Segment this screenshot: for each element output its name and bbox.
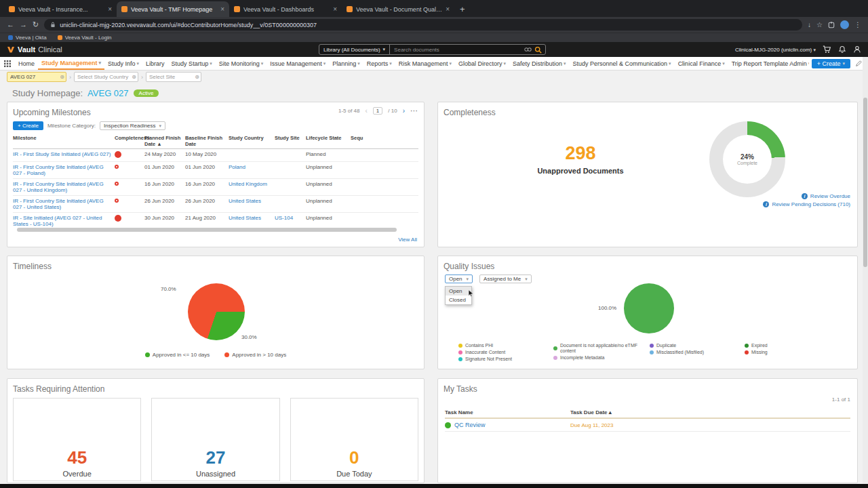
column-header[interactable]: Milestone — [13, 135, 115, 141]
extensions-icon[interactable] — [828, 22, 835, 28]
view-all-link[interactable]: View All — [398, 237, 417, 243]
site-filter-input[interactable] — [146, 72, 201, 82]
search-input[interactable] — [390, 47, 524, 53]
chevron-down-icon: ▾ — [159, 123, 162, 129]
milestone-link[interactable]: IR - First Country Site Initiated (AVEG … — [13, 181, 115, 193]
completeness-donut-chart[interactable]: 24% Complete — [709, 121, 785, 197]
slice-label: 30.0% — [241, 334, 257, 340]
milestone-link[interactable]: IR - First Study Site Initiated (AVEG 02… — [13, 151, 115, 157]
dropdown-option-open[interactable]: Open — [446, 287, 471, 296]
site-link[interactable]: US-104 — [275, 215, 306, 221]
overdue-card[interactable]: 45 Overdue — [13, 398, 141, 481]
back-icon[interactable]: ← — [7, 21, 14, 28]
page-scrollbar[interactable] — [863, 57, 868, 484]
timeliness-pie-chart[interactable] — [188, 283, 245, 340]
forward-icon[interactable]: → — [20, 21, 27, 28]
search-icon[interactable]: ⊛ — [132, 74, 136, 80]
milestone-category-select[interactable]: Inspection Readiness ▾ — [100, 121, 165, 130]
nav-item-clinical-finance[interactable]: Clinical Finance▾ — [675, 57, 728, 70]
nav-item-risk-management[interactable]: Risk Management▾ — [395, 57, 455, 70]
browser-tab-3[interactable]: Veeva Vault - Dashboards × — [229, 1, 342, 17]
browser-tab-1[interactable]: Veeva Vault - Insurance... × — [4, 1, 117, 17]
review-pending-decisions-link[interactable]: i Review Pending Decisions (710) — [763, 201, 850, 207]
dropdown-option-closed[interactable]: Closed — [446, 296, 471, 304]
nav-item-home[interactable]: Home — [15, 57, 38, 70]
nav-item-study-startup[interactable]: Study Startup▾ — [168, 57, 216, 70]
user-profile-icon[interactable] — [853, 45, 861, 54]
nav-item-issue-management[interactable]: Issue Management▾ — [267, 57, 329, 70]
vault-logo[interactable]: Vault Clinical — [7, 45, 62, 54]
cart-icon[interactable] — [823, 45, 831, 54]
address-bar[interactable]: uniclin-clinical-mjg-2020.veevavault.com… — [44, 19, 802, 30]
tab-close-icon[interactable]: × — [108, 5, 112, 13]
column-header[interactable]: Study Site — [275, 135, 306, 141]
column-header[interactable]: Study Country — [229, 135, 275, 141]
tab-close-icon[interactable]: × — [333, 5, 337, 13]
unassigned-card[interactable]: 27 Unassigned — [151, 398, 279, 481]
account-selector[interactable]: Clinical-MJG-2020 (uniclin.com) ▾ — [735, 47, 816, 53]
nav-item-library[interactable]: Library — [142, 57, 168, 70]
page-next-icon[interactable]: › — [403, 107, 405, 115]
bookmark-star-icon[interactable]: ☆ — [816, 21, 823, 28]
milestone-create-button[interactable]: + Create — [13, 121, 43, 130]
advanced-search-icon[interactable] — [524, 47, 532, 52]
status-filter-select[interactable]: Open ▾ — [445, 274, 473, 283]
new-tab-button[interactable]: + — [460, 4, 465, 14]
nav-item-reports[interactable]: Reports▾ — [363, 57, 395, 70]
browser-tab-4[interactable]: Veeva Vault - Document Quali... × — [342, 1, 454, 17]
page-number-input[interactable]: 1 — [373, 107, 382, 115]
nav-item-site-monitoring[interactable]: Site Monitoring▾ — [216, 57, 267, 70]
nav-item-safety-distribution[interactable]: Safety Distribution▾ — [509, 57, 570, 70]
country-link[interactable]: United States — [229, 215, 275, 221]
country-filter-input[interactable] — [74, 72, 138, 82]
search-scope-select[interactable]: Library (All Documents) ▾ — [319, 45, 390, 54]
tab-close-icon[interactable]: × — [220, 5, 224, 13]
nav-item-study-info[interactable]: Study Info▾ — [104, 57, 142, 70]
horizontal-scrollbar[interactable] — [17, 228, 397, 232]
study-filter-input[interactable] — [7, 72, 66, 82]
search-icon[interactable] — [534, 46, 542, 54]
tab-close-icon[interactable]: × — [446, 5, 450, 13]
column-header[interactable]: Baseline Finish Date — [185, 135, 229, 147]
nav-item-study-management[interactable]: Study Management▾ — [38, 57, 104, 70]
quality-pie-chart[interactable] — [624, 283, 674, 333]
column-header[interactable]: Sequ — [351, 135, 418, 141]
country-link[interactable]: United Kingdom — [229, 181, 275, 187]
app-switcher-icon[interactable] — [4, 60, 11, 67]
download-icon[interactable]: ↓ — [808, 21, 811, 28]
refresh-icon[interactable]: ↻ — [33, 21, 39, 28]
more-options-icon[interactable]: ⋯ — [410, 106, 418, 115]
country-link[interactable]: United States — [229, 198, 275, 204]
task-link[interactable]: QC Review — [445, 422, 570, 428]
nav-item-planning[interactable]: Planning▾ — [329, 57, 363, 70]
table-row: IR - First Country Site Initiated (AVEG … — [13, 162, 418, 179]
page-prev-icon[interactable]: ‹ — [366, 107, 368, 115]
scrollbar-thumb[interactable] — [863, 98, 867, 267]
browser-profile-avatar[interactable] — [840, 20, 849, 29]
nav-item-study-personnel[interactable]: Study Personnel & Communication▾ — [570, 57, 675, 70]
nav-item-trip-report-admin[interactable]: Trip Report Template Admin▾ — [728, 57, 809, 70]
browser-tab-2-active[interactable]: Veeva Vault - TMF Homepage × — [117, 1, 229, 17]
column-header[interactable]: Completeness — [115, 135, 144, 141]
review-overdue-link[interactable]: i Review Overdue — [802, 193, 850, 199]
milestone-link[interactable]: IR - First Country Site Initiated (AVEG … — [13, 164, 115, 176]
create-button[interactable]: + Create ▾ — [812, 59, 850, 68]
column-header[interactable]: Lifecycle State — [306, 135, 351, 141]
due-today-card[interactable]: 0 Due Today — [290, 398, 418, 481]
milestone-link[interactable]: IR - Site Initiated (AVEG 027 - United S… — [13, 215, 115, 227]
bookmark-veeva-login[interactable]: Veeva Vault - Login — [58, 35, 112, 41]
page-title-study-link[interactable]: AVEG 027 — [87, 88, 128, 98]
bookmark-okta[interactable]: Veeva | Okta — [8, 35, 47, 41]
assigned-filter-select[interactable]: Assigned to Me ▾ — [479, 274, 532, 283]
country-link[interactable]: Poland — [229, 164, 275, 170]
column-header-sorted[interactable]: Task Due Date ▴ — [570, 409, 850, 415]
clear-icon[interactable]: ⊛ — [60, 74, 64, 80]
browser-menu-icon[interactable]: ⋮ — [854, 21, 861, 28]
bottom-edge-bar — [0, 484, 868, 488]
column-header[interactable]: Task Name — [445, 409, 570, 415]
notifications-bell-icon[interactable] — [838, 45, 846, 54]
column-header-sorted[interactable]: Planned Finish Date ▲ — [144, 135, 185, 147]
search-icon[interactable]: ⊛ — [195, 74, 199, 80]
milestone-link[interactable]: IR - First Country Site Initiated (AVEG … — [13, 198, 115, 210]
nav-item-global-directory[interactable]: Global Directory▾ — [455, 57, 509, 70]
